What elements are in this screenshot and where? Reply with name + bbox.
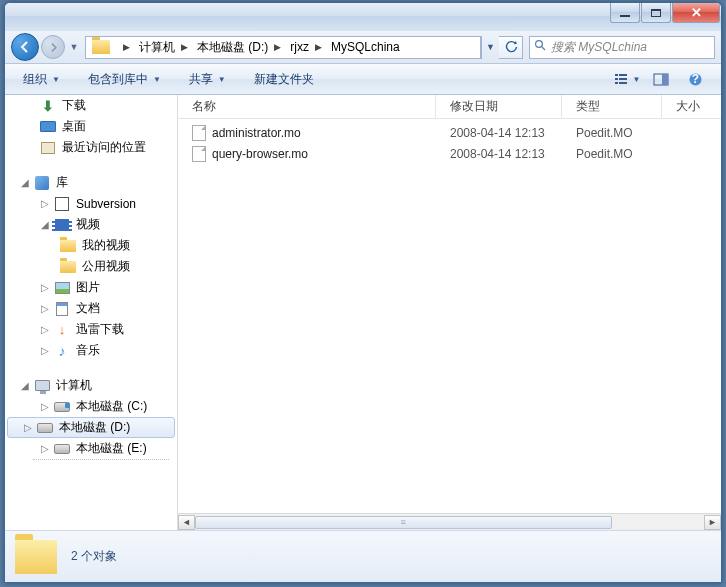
- back-button[interactable]: [11, 33, 39, 61]
- navigation-pane[interactable]: ⬇下载 桌面 最近访问的位置 ◢库 ▷Subversion ◢视频 我的视频 公…: [5, 95, 178, 530]
- include-in-library-button[interactable]: 包含到库中▼: [80, 67, 169, 92]
- organize-button[interactable]: 组织▼: [15, 67, 68, 92]
- forward-button[interactable]: [41, 35, 65, 59]
- file-icon: [192, 146, 206, 162]
- col-size[interactable]: 大小: [662, 95, 721, 118]
- nav-documents[interactable]: ▷文档: [5, 298, 177, 319]
- nav-videos[interactable]: ◢视频: [5, 214, 177, 235]
- svg-rect-6: [615, 82, 618, 84]
- svg-point-0: [536, 41, 543, 48]
- nav-xunlei[interactable]: ▷↓迅雷下载: [5, 319, 177, 340]
- maximize-button[interactable]: [641, 3, 671, 23]
- status-text: 2 个对象: [71, 548, 117, 565]
- col-date[interactable]: 修改日期: [436, 95, 562, 118]
- breadcrumb-drive-d[interactable]: 本地磁盘 (D:)▶: [194, 37, 287, 58]
- nav-music[interactable]: ▷♪音乐: [5, 340, 177, 361]
- search-icon: [534, 39, 547, 55]
- svg-rect-3: [619, 74, 627, 76]
- file-row[interactable]: query-browser.mo 2008-04-14 12:13 Poedit…: [178, 143, 721, 164]
- content-pane: 名称 修改日期 类型 大小 administrator.mo 2008-04-1…: [178, 95, 721, 530]
- nav-drive-c[interactable]: ▷本地磁盘 (C:): [5, 396, 177, 417]
- file-row[interactable]: administrator.mo 2008-04-14 12:13 Poedit…: [178, 122, 721, 143]
- nav-computer[interactable]: ◢计算机: [5, 375, 177, 396]
- help-button[interactable]: ?: [679, 68, 711, 90]
- scroll-right-button[interactable]: ►: [704, 515, 721, 530]
- breadcrumb-rjxz[interactable]: rjxz▶: [287, 37, 328, 58]
- search-box[interactable]: 搜索 MySQLchina: [529, 36, 715, 59]
- share-button[interactable]: 共享▼: [181, 67, 234, 92]
- breadcrumb-mysqlchina[interactable]: MySQLchina: [328, 37, 406, 58]
- search-placeholder: 搜索 MySQLchina: [551, 39, 647, 56]
- svg-rect-7: [619, 82, 627, 84]
- close-button[interactable]: ✕: [672, 3, 720, 23]
- body-area: ⬇下载 桌面 最近访问的位置 ◢库 ▷Subversion ◢视频 我的视频 公…: [5, 95, 721, 530]
- col-name[interactable]: 名称: [178, 95, 436, 118]
- folder-icon: [15, 540, 57, 574]
- horizontal-scrollbar[interactable]: ◄ ≡ ►: [178, 513, 721, 530]
- explorer-window: ✕ ▼ ▶ 计算机▶ 本地磁盘 (D:)▶ rjxz▶ MySQLchina ▼…: [4, 2, 722, 583]
- nav-drive-d[interactable]: ▷本地磁盘 (D:): [7, 417, 175, 438]
- nav-desktop[interactable]: 桌面: [5, 116, 177, 137]
- file-icon: [192, 125, 206, 141]
- breadcrumb-root[interactable]: ▶: [114, 37, 136, 58]
- title-bar[interactable]: ✕: [5, 3, 721, 31]
- nav-drive-e[interactable]: ▷本地磁盘 (E:): [5, 438, 177, 459]
- preview-pane-button[interactable]: [645, 68, 677, 90]
- column-headers: 名称 修改日期 类型 大小: [178, 95, 721, 119]
- breadcrumb-bar[interactable]: ▶ 计算机▶ 本地磁盘 (D:)▶ rjxz▶ MySQLchina: [85, 36, 481, 59]
- svg-rect-2: [615, 74, 618, 76]
- svg-rect-9: [662, 74, 668, 85]
- svg-rect-5: [619, 78, 627, 80]
- refresh-button[interactable]: [499, 36, 523, 59]
- view-options-button[interactable]: ▼: [611, 68, 643, 90]
- nav-libraries[interactable]: ◢库: [5, 172, 177, 193]
- scroll-left-button[interactable]: ◄: [178, 515, 195, 530]
- nav-downloads[interactable]: ⬇下载: [5, 95, 177, 116]
- breadcrumb-computer[interactable]: 计算机▶: [136, 37, 194, 58]
- nav-pictures[interactable]: ▷图片: [5, 277, 177, 298]
- minimize-button[interactable]: [610, 3, 640, 23]
- nav-recent[interactable]: 最近访问的位置: [5, 137, 177, 158]
- file-list[interactable]: administrator.mo 2008-04-14 12:13 Poedit…: [178, 119, 721, 513]
- scroll-thumb[interactable]: ≡: [195, 516, 612, 529]
- nav-my-videos[interactable]: 我的视频: [5, 235, 177, 256]
- address-dropdown[interactable]: ▼: [481, 36, 499, 59]
- nav-subversion[interactable]: ▷Subversion: [5, 193, 177, 214]
- nav-history-dropdown[interactable]: ▼: [67, 35, 81, 59]
- svg-text:?: ?: [691, 72, 698, 86]
- new-folder-button[interactable]: 新建文件夹: [246, 67, 322, 92]
- nav-public-videos[interactable]: 公用视频: [5, 256, 177, 277]
- scroll-track[interactable]: ≡: [195, 515, 704, 530]
- svg-line-1: [542, 47, 545, 50]
- folder-icon: [92, 40, 110, 54]
- svg-rect-4: [615, 78, 618, 80]
- details-pane: 2 个对象: [5, 530, 721, 582]
- command-bar: 组织▼ 包含到库中▼ 共享▼ 新建文件夹 ▼ ?: [5, 64, 721, 95]
- address-bar: ▼ ▶ 计算机▶ 本地磁盘 (D:)▶ rjxz▶ MySQLchina ▼ 搜…: [5, 31, 721, 64]
- col-type[interactable]: 类型: [562, 95, 662, 118]
